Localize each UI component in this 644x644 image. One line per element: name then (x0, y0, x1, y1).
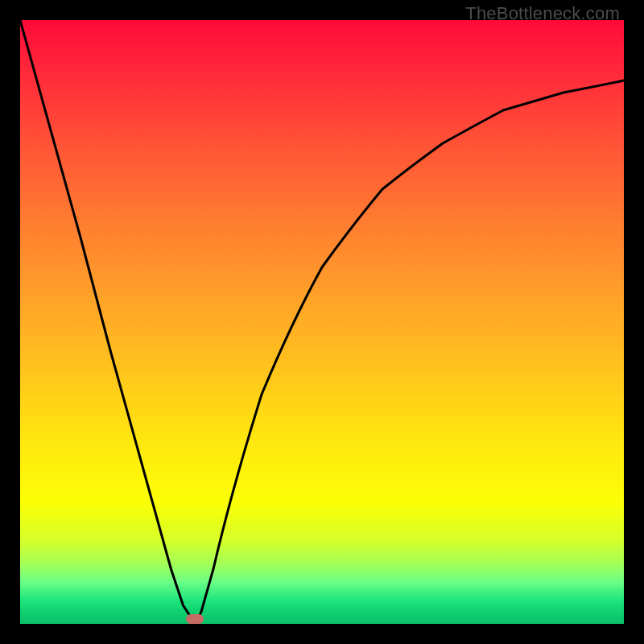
chart-frame (20, 20, 624, 624)
bottleneck-curve (20, 20, 624, 624)
optimal-point-marker (186, 614, 204, 624)
bottleneck-curve-svg (20, 20, 624, 624)
